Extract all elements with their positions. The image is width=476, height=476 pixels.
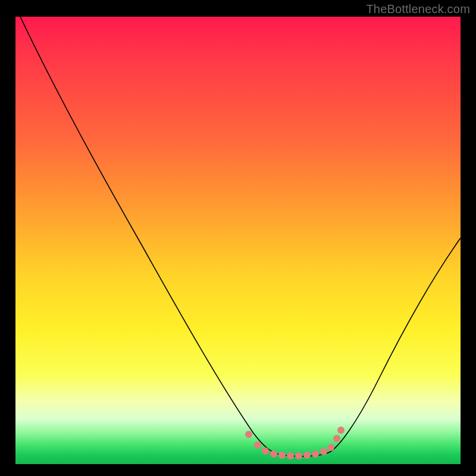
svg-point-9 — [320, 448, 327, 455]
svg-point-4 — [278, 452, 286, 459]
svg-point-2 — [262, 447, 269, 455]
plot-area — [15, 17, 461, 464]
svg-point-12 — [337, 427, 345, 434]
valley-markers — [245, 427, 345, 459]
svg-point-7 — [303, 452, 311, 459]
svg-point-0 — [245, 431, 252, 438]
bottleneck-curve — [20, 17, 461, 456]
svg-point-1 — [254, 441, 261, 449]
svg-point-5 — [287, 452, 294, 459]
curve-layer — [15, 17, 461, 464]
watermark-text: TheBottleneck.com — [366, 2, 470, 16]
svg-point-3 — [270, 450, 277, 458]
svg-point-11 — [333, 435, 340, 442]
chart-frame: TheBottleneck.com — [0, 0, 476, 476]
svg-point-6 — [295, 452, 302, 459]
svg-point-8 — [312, 450, 319, 458]
svg-point-10 — [327, 444, 334, 451]
